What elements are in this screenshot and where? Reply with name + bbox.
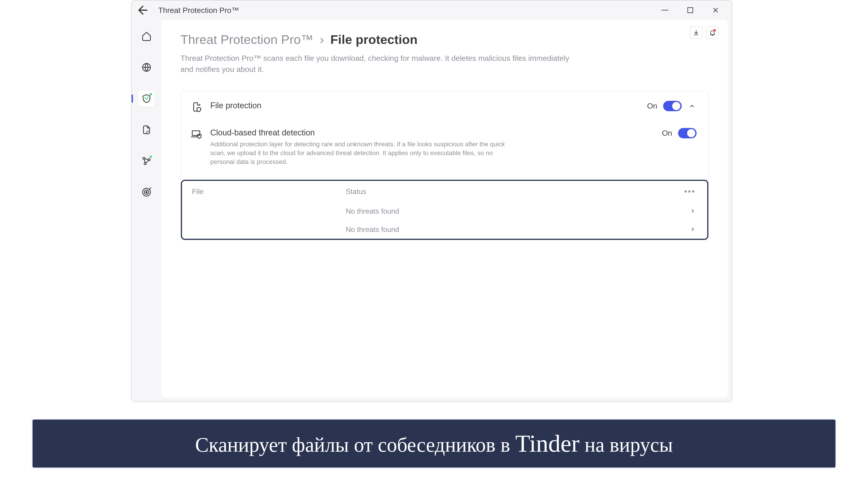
body: Threat Protection Pro™ › File protection…: [132, 20, 732, 401]
svg-line-10: [145, 159, 148, 159]
setting-cloud-detection: Cloud-based threat detection Additional …: [181, 120, 708, 174]
breadcrumb-separator: ›: [320, 32, 324, 47]
cell-status: No threats found: [346, 225, 690, 234]
svg-line-11: [144, 159, 145, 163]
cloud-detection-toggle[interactable]: [678, 128, 696, 138]
app-window: Threat Protection Pro™: [131, 0, 732, 402]
svg-point-15: [146, 192, 147, 193]
sidebar: [132, 20, 161, 401]
col-status-header: Status: [346, 187, 684, 196]
maximize-button[interactable]: [684, 4, 696, 17]
file-scan-table: File Status ••• No threats found No thre…: [181, 180, 708, 240]
col-file-header: File: [192, 187, 346, 196]
setting-title: File protection: [210, 101, 639, 110]
caption-prefix: Сканирует файлы от собеседников в: [195, 433, 515, 456]
toggle-state-label: On: [662, 129, 672, 137]
content-panel: Threat Protection Pro™ › File protection…: [161, 20, 728, 397]
minimize-button[interactable]: [659, 4, 671, 17]
caption-banner: Сканирует файлы от собеседников в Tinder…: [32, 419, 836, 469]
notifications-button[interactable]: [706, 26, 719, 39]
download-button[interactable]: [690, 26, 703, 39]
sidebar-home[interactable]: [138, 28, 155, 44]
svg-line-16: [149, 188, 151, 190]
breadcrumb-current: File protection: [330, 32, 417, 47]
toggle-state-label: On: [647, 101, 657, 110]
table-more-icon[interactable]: •••: [684, 187, 695, 196]
sidebar-globe[interactable]: [138, 59, 155, 75]
row-chevron-icon[interactable]: [690, 225, 695, 234]
svg-rect-2: [688, 8, 693, 13]
table-header: File Status •••: [182, 181, 707, 202]
setting-title: Cloud-based threat detection: [210, 128, 654, 137]
breadcrumb-root[interactable]: Threat Protection Pro™: [180, 32, 313, 47]
back-button[interactable]: [136, 3, 150, 17]
sidebar-meshnet[interactable]: [138, 153, 155, 169]
status-dot-icon: [149, 155, 152, 158]
breadcrumb: Threat Protection Pro™ › File protection: [180, 32, 709, 47]
svg-rect-1: [661, 10, 668, 11]
titlebar: Threat Protection Pro™: [132, 0, 732, 20]
collapse-chevron-icon[interactable]: [688, 101, 696, 110]
table-row[interactable]: No threats found: [182, 220, 707, 239]
content-actions: [690, 26, 719, 39]
page-description: Threat Protection Pro™ scans each file y…: [180, 53, 578, 75]
caption-text: Сканирует файлы от собеседников в Tinder…: [195, 429, 673, 458]
row-chevron-icon[interactable]: [690, 207, 695, 216]
file-protection-toggle[interactable]: [663, 101, 682, 111]
window-title: Threat Protection Pro™: [158, 6, 239, 15]
svg-line-12: [146, 160, 149, 163]
settings-card: File protection On: [180, 91, 709, 240]
setting-file-protection: File protection On: [181, 93, 708, 120]
close-button[interactable]: [709, 4, 722, 17]
table-row[interactable]: No threats found: [182, 202, 707, 220]
status-dot-icon: [149, 93, 152, 96]
caption-suffix: на вирусы: [580, 433, 673, 456]
svg-rect-17: [192, 131, 200, 135]
window-controls: [659, 4, 727, 17]
sidebar-file[interactable]: [138, 122, 155, 138]
sidebar-target[interactable]: [138, 184, 155, 200]
sidebar-shield-active[interactable]: [138, 90, 155, 107]
caption-brand: Tinder: [515, 430, 580, 457]
cell-status: No threats found: [346, 207, 690, 216]
file-shield-icon: [191, 101, 202, 113]
setting-description: Additional protection layer for detectin…: [210, 140, 509, 166]
laptop-shield-icon: [191, 128, 202, 140]
notification-dot-icon: [713, 29, 716, 32]
